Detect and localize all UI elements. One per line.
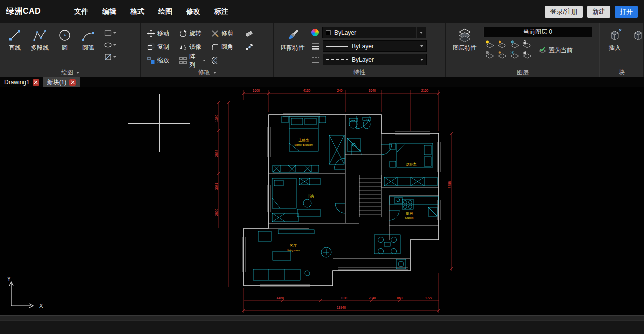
create-block-icon — [631, 28, 644, 43]
offset-tool[interactable] — [210, 54, 241, 67]
dim-label: 13940 — [337, 306, 346, 309]
ellipse-tool[interactable] — [103, 40, 117, 50]
menu-file[interactable]: 文件 — [72, 6, 90, 18]
object-color-dropdown[interactable]: ByLayer — [322, 27, 426, 38]
properties-dropdowns: ByLayer ByLayer — [311, 27, 427, 65]
object-color-value: ByLayer — [334, 29, 356, 36]
lineweight-sample — [326, 46, 348, 47]
walls-inner — [269, 115, 439, 258]
layer-off-toggle[interactable] — [484, 50, 495, 61]
array-label: 阵列 — [189, 52, 201, 69]
linetype-dropdown[interactable]: ByLayer — [323, 54, 427, 65]
draw-panel-label-row[interactable]: 绘图 — [0, 68, 140, 77]
layer-sun-dim-icon — [497, 50, 508, 59]
layer-freeze-toggle[interactable] — [509, 40, 520, 50]
scale-label: 缩放 — [157, 56, 169, 65]
tab-drawing1[interactable]: Drawing1 — [0, 77, 43, 87]
layers-panel-label-row[interactable]: 图层 — [446, 68, 600, 77]
close-icon[interactable] — [33, 79, 39, 86]
tab-new-block[interactable]: 新块(1) — [43, 77, 80, 87]
chevron-down-icon — [76, 72, 79, 74]
offset-icon — [211, 56, 219, 65]
set-current-layer-tool[interactable]: 置为当前 — [537, 44, 574, 57]
room-label-bedroom2: 次卧室 — [406, 162, 417, 166]
lineweight-dropdown[interactable]: ByLayer — [323, 40, 427, 52]
menu-format[interactable]: 格式 — [128, 6, 146, 18]
layer-properties-tool[interactable]: 图层特性 — [451, 27, 479, 53]
dim-label: 240 — [337, 89, 343, 92]
login-register-button[interactable]: 登录/注册 — [545, 6, 583, 18]
properties-panel-label-row[interactable]: 特性 — [274, 68, 445, 77]
draw-panel: 直线 多段线 圆 — [0, 23, 141, 77]
copy-tool[interactable]: 复制 — [146, 41, 175, 53]
color-wheel-icon[interactable] — [311, 29, 319, 36]
match-properties-tool[interactable]: 匹配特性 — [279, 27, 307, 53]
current-layer-field[interactable]: 当前图层 0 — [483, 27, 592, 37]
match-properties-label: 匹配特性 — [281, 44, 305, 52]
trim-tool[interactable]: 修剪 — [210, 27, 241, 40]
fillet-icon — [211, 43, 219, 51]
linetype-icon[interactable] — [311, 56, 319, 64]
polyline-tool[interactable]: 多段线 — [29, 27, 51, 53]
lineweight-icon[interactable] — [311, 42, 319, 50]
trim-icon — [211, 29, 219, 38]
erase-tool[interactable] — [244, 27, 256, 40]
color-swatch — [326, 30, 331, 35]
circle-tool[interactable]: 圆 — [55, 27, 74, 53]
menu-edit[interactable]: 编辑 — [100, 6, 118, 18]
chevron-down-icon — [113, 32, 116, 34]
rotate-tool[interactable]: 旋转 — [178, 27, 207, 40]
modify-panel-label-row[interactable]: 修改 — [141, 68, 273, 77]
mirror-tool[interactable]: 镜像 — [178, 41, 207, 53]
fillet-tool[interactable]: 圆角 — [210, 41, 241, 53]
dimension-lines — [217, 90, 453, 313]
block-panel-label-row[interactable]: 块 — [600, 68, 643, 77]
menu-modify[interactable]: 修改 — [184, 6, 202, 18]
close-icon[interactable] — [69, 79, 76, 86]
account-actions: 登录/注册 新建 打开 — [545, 6, 638, 18]
layer-unlock-toggle[interactable] — [522, 50, 533, 61]
dim-label: 4460 — [277, 296, 284, 300]
drawing-canvas[interactable]: 1600 4130 240 3640 2150 4460 1011 2040 8… — [0, 87, 644, 315]
horizontal-scrollbar[interactable] — [0, 315, 644, 320]
move-tool[interactable]: 移动 — [146, 27, 175, 40]
layers-panel-label: 图层 — [517, 68, 529, 77]
array-tool[interactable]: 阵列 — [178, 54, 207, 67]
move-icon — [147, 29, 155, 38]
layer-thaw-toggle[interactable] — [497, 40, 508, 50]
dim-label: 4130 — [303, 89, 311, 92]
insert-block-icon — [607, 28, 622, 43]
rectangle-tool[interactable] — [103, 28, 117, 38]
new-file-button[interactable]: 新建 — [587, 6, 610, 18]
layer-lock-toggle[interactable] — [522, 40, 533, 50]
lock-icon — [522, 40, 533, 48]
layer-on-toggle[interactable] — [484, 40, 495, 50]
open-file-button[interactable]: 打开 — [615, 6, 638, 18]
block-panel: 插入 块 — [600, 23, 644, 77]
rotate-label: 旋转 — [189, 29, 201, 38]
hatch-tool[interactable] — [103, 52, 117, 62]
layer-isolate-toggle[interactable] — [497, 50, 508, 61]
menu-annotate[interactable]: 标注 — [212, 6, 230, 18]
menu-draw[interactable]: 绘图 — [156, 6, 174, 18]
arc-tool[interactable]: 圆弧 — [79, 27, 98, 53]
chevron-down-icon — [113, 56, 116, 58]
polyline-label: 多段线 — [31, 44, 49, 52]
modify-panel-label: 修改 — [198, 68, 210, 77]
layer-properties-icon — [457, 28, 472, 43]
fillet-label: 圆角 — [221, 43, 233, 51]
insert-block-tool[interactable]: 插入 — [605, 27, 624, 53]
unlock-icon — [522, 50, 533, 59]
scale-tool[interactable]: 缩放 — [146, 54, 175, 67]
explode-icon — [245, 43, 253, 51]
set-current-icon — [538, 46, 547, 55]
chevron-down-icon — [213, 72, 216, 74]
create-block-tool[interactable] — [629, 27, 644, 44]
dim-label: 2150 — [421, 89, 429, 92]
layers-panel: 图层特性 当前图层 0 — [446, 23, 600, 77]
explode-tool[interactable] — [244, 41, 256, 53]
line-tool[interactable]: 直线 — [5, 27, 24, 53]
arc-icon — [81, 28, 96, 43]
layer-freeze-vp-toggle[interactable] — [509, 50, 520, 61]
crosshair-cursor — [128, 94, 190, 152]
